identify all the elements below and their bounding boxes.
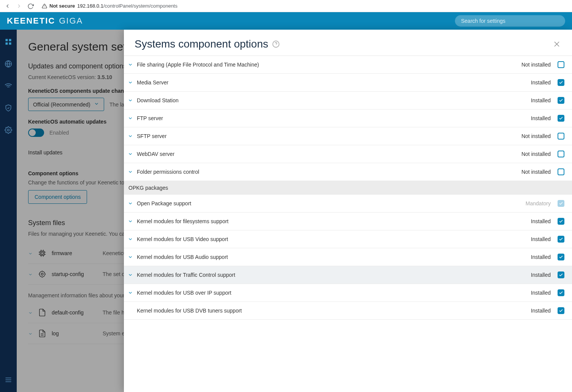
svg-rect-2: [6, 39, 8, 41]
component-name: Media Server: [137, 79, 527, 86]
chevron-down-icon: [128, 290, 133, 295]
component-checkbox[interactable]: [558, 289, 564, 296]
component-row[interactable]: WebDAV server Not installed: [124, 145, 572, 163]
component-checkbox[interactable]: [558, 61, 564, 68]
component-checkbox[interactable]: [558, 97, 564, 104]
component-name: Kernel modules for USB DVB tuners suppor…: [137, 308, 527, 314]
help-icon[interactable]: [272, 40, 280, 48]
gear-icon[interactable]: [4, 125, 13, 135]
component-checkbox[interactable]: [558, 254, 564, 260]
component-status: Mandatory: [526, 200, 551, 206]
component-row[interactable]: SFTP server Not installed: [124, 127, 572, 145]
component-checkbox: [558, 200, 564, 207]
dashboard-icon[interactable]: [4, 37, 13, 46]
component-name: SFTP server: [137, 133, 518, 139]
search-box[interactable]: [455, 15, 565, 27]
component-checkbox[interactable]: [558, 79, 564, 86]
component-status: Not installed: [521, 169, 551, 175]
app-header: KEENETIC GIGA: [0, 12, 572, 30]
not-secure-badge[interactable]: Not secure: [42, 3, 75, 9]
search-input[interactable]: [461, 18, 559, 24]
component-checkbox[interactable]: [558, 115, 564, 122]
component-checkbox[interactable]: [558, 133, 564, 140]
forward-icon[interactable]: [16, 3, 22, 9]
shield-icon[interactable]: [4, 103, 13, 113]
close-icon[interactable]: [552, 40, 561, 49]
component-row[interactable]: Open Package support Mandatory: [124, 195, 572, 213]
svg-point-9: [8, 129, 10, 131]
modal-title: Systems component options: [135, 38, 268, 50]
browser-bar: Not secure 192.168.0.1/controlPanel/syst…: [0, 0, 572, 12]
component-name: Kernel modules for filesystems support: [137, 218, 527, 224]
component-row[interactable]: File sharing (Apple File Protocol and Ti…: [124, 56, 572, 74]
component-checkbox[interactable]: [558, 218, 564, 225]
component-row[interactable]: Kernel modules for filesystems support I…: [124, 213, 572, 230]
component-status: Installed: [531, 290, 551, 296]
component-status: Installed: [531, 97, 551, 103]
component-name: Kernel modules for Traffic Control suppo…: [137, 272, 527, 278]
component-checkbox[interactable]: [558, 168, 564, 175]
chevron-down-icon: [128, 236, 133, 242]
menu-icon[interactable]: [4, 375, 13, 384]
component-status: Installed: [531, 236, 551, 242]
brand-logo[interactable]: KEENETIC GIGA: [7, 16, 83, 26]
back-icon[interactable]: [5, 3, 11, 9]
chevron-down-icon: [128, 169, 133, 175]
component-status: Not installed: [521, 133, 551, 139]
component-row[interactable]: Kernel modules for USB DVB tuners suppor…: [124, 302, 572, 320]
not-secure-label: Not secure: [49, 3, 75, 9]
chevron-down-icon: [128, 219, 133, 224]
component-status: Installed: [531, 272, 551, 278]
component-name: File sharing (Apple File Protocol and Ti…: [137, 62, 518, 68]
chevron-down-icon: [128, 80, 133, 85]
component-row[interactable]: Folder permissions control Not installed: [124, 163, 572, 181]
chevron-down-icon: [128, 151, 133, 157]
url-bar[interactable]: 192.168.0.1/controlPanel/system/componen…: [77, 3, 177, 9]
component-status: Not installed: [521, 151, 551, 157]
chevron-down-icon: [128, 62, 133, 67]
component-name: Open Package support: [137, 200, 522, 206]
component-name: Download Station: [137, 97, 527, 103]
component-row[interactable]: FTP server Installed: [124, 110, 572, 127]
globe-icon[interactable]: [4, 59, 13, 68]
wifi-icon[interactable]: [4, 81, 13, 90]
chevron-down-icon: [128, 254, 133, 260]
component-name: Kernel modules for USB Audio support: [137, 254, 527, 260]
reload-icon[interactable]: [27, 3, 33, 9]
component-row[interactable]: Download Station Installed: [124, 92, 572, 110]
chevron-down-icon: [128, 116, 133, 121]
component-name: Kernel modules for USB Video support: [137, 236, 527, 242]
component-status: Installed: [531, 254, 551, 260]
component-name: Folder permissions control: [137, 169, 518, 175]
component-row[interactable]: Kernel modules for USB Audio support Ins…: [124, 248, 572, 266]
component-row[interactable]: Kernel modules for USB Video support Ins…: [124, 230, 572, 248]
component-checkbox[interactable]: [558, 151, 564, 157]
component-row[interactable]: Kernel modules for USB over IP support I…: [124, 284, 572, 302]
component-status: Installed: [531, 79, 551, 86]
component-status: Installed: [531, 115, 551, 121]
component-checkbox[interactable]: [558, 307, 564, 314]
svg-rect-5: [9, 43, 11, 45]
component-options-modal: Systems component options File sharing (…: [124, 30, 572, 392]
chevron-down-icon: [128, 133, 133, 139]
component-row[interactable]: Media Server Installed: [124, 74, 572, 92]
component-status: Installed: [531, 308, 551, 314]
component-status: Not installed: [521, 62, 551, 68]
svg-rect-4: [6, 43, 8, 45]
chevron-down-icon: [128, 272, 133, 278]
component-name: FTP server: [137, 115, 527, 121]
component-group-header: OPKG packages: [124, 181, 572, 195]
component-checkbox[interactable]: [558, 271, 564, 278]
chevron-down-icon: [128, 201, 133, 206]
component-status: Installed: [531, 218, 551, 224]
component-row[interactable]: Kernel modules for Traffic Control suppo…: [124, 266, 572, 284]
component-name: Kernel modules for USB over IP support: [137, 290, 527, 296]
component-checkbox[interactable]: [558, 236, 564, 243]
component-name: WebDAV server: [137, 151, 518, 157]
chevron-down-icon: [128, 98, 133, 103]
svg-rect-3: [9, 39, 11, 41]
sidebar: [0, 30, 17, 392]
warning-icon: [42, 3, 47, 9]
